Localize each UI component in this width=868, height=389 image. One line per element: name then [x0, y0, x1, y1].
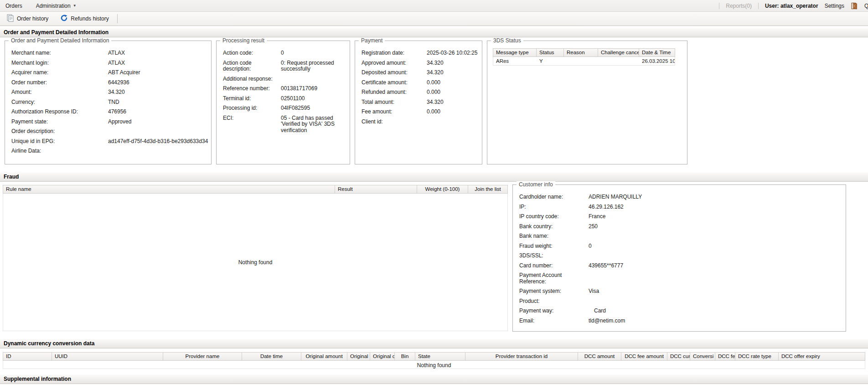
customer-info-legend: Customer info: [517, 181, 555, 188]
menu-quit[interactable]: Quit: [864, 3, 868, 9]
current-user-label: User: atlax_operator: [765, 3, 818, 9]
field-value: 34.320: [427, 70, 444, 76]
fraud-table: Rule name Result Weight (0-100) Join the…: [3, 185, 508, 331]
cell-challenge-cancel: [598, 57, 639, 65]
field-row: Total amount: 34.320: [362, 99, 478, 106]
field-label: Client id:: [362, 119, 427, 125]
field-label: Fraud weight:: [519, 243, 589, 250]
field-row: Payment state: Approved: [11, 119, 207, 125]
processing-result-fieldset: Processing result Action code: 0 Action …: [216, 41, 350, 164]
order-info-rows: Merchant name: ATLAX Merchant login: ATL…: [5, 41, 211, 154]
field-row: Email: tld@netim.com: [519, 318, 842, 324]
payment-rows: Registration date: 2025-03-26 10:02:25 A…: [355, 41, 482, 125]
column-header: Bin: [395, 353, 415, 360]
field-row: IP country code: France: [519, 214, 842, 220]
field-label: Approved amount:: [362, 60, 427, 67]
processing-result-rows: Action code: 0 Action code description: …: [217, 41, 350, 133]
toolbar: Order history Refunds history: [0, 12, 868, 26]
field-row: Authorization Response ID: 476956: [11, 109, 207, 115]
column-header: Date & Time: [639, 49, 675, 56]
field-value: 0.000: [427, 109, 440, 115]
field-value: 34.320: [108, 89, 125, 96]
field-row: Unique id in EPG: ad147eff-d75f-4d3d-b31…: [11, 138, 207, 145]
field-row: Certificate amount: 0.000: [362, 80, 478, 86]
field-value: 476956: [108, 109, 126, 115]
field-value: 6442936: [108, 80, 129, 86]
menu-orders[interactable]: Orders: [5, 3, 22, 9]
field-label: Reference number:: [223, 86, 281, 92]
order-info-fieldset: Order and Payment Detailed Information M…: [5, 41, 212, 164]
field-label: Order number:: [11, 80, 108, 86]
field-row: Terminal id: 02501100: [223, 96, 346, 102]
field-label: Authorization Response ID:: [11, 109, 108, 115]
column-header: UUID: [52, 353, 163, 360]
field-label: Merchant login:: [11, 60, 108, 67]
field-row: Bank name:: [519, 233, 842, 240]
table-row: ARes Y 26.03.2025 10:03:01: [493, 57, 675, 66]
field-row: Card number: 439655**6777: [519, 263, 842, 269]
field-label: Action code description:: [223, 60, 281, 72]
payment-legend: Payment: [359, 37, 385, 44]
field-value: ATLAX: [108, 50, 125, 56]
field-row: Bank country: 250: [519, 224, 842, 230]
field-row: Payment system: Visa: [519, 288, 842, 295]
field-row: Payment Account Reference:: [519, 272, 842, 285]
dcc-table-header: ID UUID Provider name Date time Original…: [3, 352, 865, 361]
menu-settings[interactable]: Settings: [825, 3, 844, 9]
column-header: State: [415, 353, 465, 360]
dcc-table: ID UUID Provider name Date time Original…: [3, 352, 865, 369]
fraud-table-body: Nothing found: [3, 194, 508, 331]
column-header: Rule name: [3, 185, 335, 193]
field-row: Amount: 34.320: [11, 89, 207, 96]
column-header: Original c: [370, 353, 395, 360]
menu-administration[interactable]: Administration ▼: [36, 3, 77, 9]
field-row: Order number: 6442936: [11, 80, 207, 86]
field-label: Payment way:: [519, 308, 589, 314]
field-row: ECI: 05 - Card has passed 'Verified by V…: [223, 115, 346, 134]
field-label: Fee amount:: [362, 109, 427, 115]
field-label: Terminal id:: [223, 96, 281, 102]
field-label: Merchant name:: [11, 50, 108, 56]
threeds-table: Message type Status Reason Challenge can…: [493, 48, 675, 66]
field-label: 3DS/SSL:: [519, 253, 589, 259]
field-label: Unique id in EPG:: [11, 138, 108, 145]
field-row: Currency: TND: [11, 99, 207, 106]
processing-result-legend: Processing result: [220, 37, 267, 44]
cell-reason: [564, 57, 598, 65]
field-value: TND: [108, 99, 119, 106]
cell-status: Y: [537, 57, 564, 65]
field-row: Payment way: Card: [519, 308, 842, 314]
column-header: Status: [537, 49, 564, 56]
dcc-table-body: Nothing found: [3, 361, 865, 369]
column-header: Join the list: [468, 185, 507, 193]
field-row: Product:: [519, 298, 842, 305]
menu-separator: [758, 3, 759, 9]
field-label: Amount:: [11, 89, 108, 96]
field-row: Order description:: [11, 128, 207, 135]
field-label: Bank country:: [519, 224, 589, 230]
column-header: DCC fee amount: [621, 353, 667, 360]
field-row: Action code description: 0: Request proc…: [223, 60, 346, 72]
column-header: DCC curr: [667, 353, 690, 360]
section-header-supplemental: Supplemental information: [0, 374, 868, 384]
field-label: Additional response:: [223, 76, 281, 82]
field-label: Currency:: [11, 99, 108, 106]
dcc-empty-text: Nothing found: [417, 362, 451, 369]
customer-info-rows: Cardholder name: ADRIEN MARQUILLY IP: 46…: [513, 185, 846, 324]
refunds-history-button[interactable]: Refunds history: [57, 13, 111, 25]
field-value: 001381717069: [281, 86, 340, 92]
section-header-fraud: Fraud: [0, 172, 868, 182]
field-value: 0: [281, 50, 340, 56]
order-history-button[interactable]: Order history: [4, 13, 51, 25]
field-label: Payment Account Reference:: [519, 272, 589, 285]
toolbar-separator: [117, 14, 118, 23]
field-row: Merchant name: ATLAX: [11, 50, 207, 56]
column-header: Original f: [347, 353, 370, 360]
field-value: ADRIEN MARQUILLY: [589, 194, 642, 200]
column-header: Reason: [564, 49, 598, 56]
field-value: France: [589, 214, 605, 220]
logout-door-icon[interactable]: [851, 2, 858, 10]
customer-info-fieldset: Customer info Cardholder name: ADRIEN MA…: [512, 184, 846, 332]
field-label: Action code:: [223, 50, 281, 56]
field-row: Registration date: 2025-03-26 10:02:25: [362, 50, 478, 56]
